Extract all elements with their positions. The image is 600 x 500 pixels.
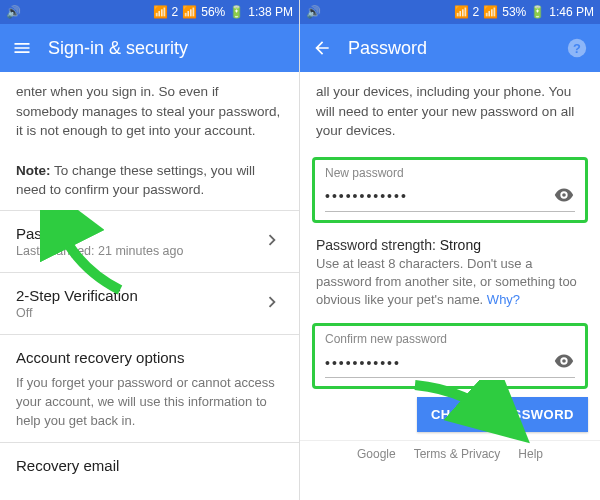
password-hint: Use at least 8 characters. Don't use a p… xyxy=(300,255,600,318)
password-hint-text: Use at least 8 characters. Don't use a p… xyxy=(316,256,577,307)
new-password-input[interactable] xyxy=(325,188,545,204)
page-title: Sign-in & security xyxy=(48,38,287,59)
row-password[interactable]: Password Last changed: 21 minutes ago xyxy=(0,211,299,272)
battery-icon: 🔋 xyxy=(530,5,545,19)
row-password-subtitle: Last changed: 21 minutes ago xyxy=(16,244,183,258)
new-password-field-highlight: New password xyxy=(312,157,588,223)
password-strength-label: Password strength: xyxy=(316,237,436,253)
clock: 1:46 PM xyxy=(549,5,594,19)
row-two-step-title: 2-Step Verification xyxy=(16,287,138,304)
app-bar: Sign-in & security xyxy=(0,24,299,72)
battery-pct: 56% xyxy=(201,5,225,19)
screen-change-password: 🔊 📶 2 📶 53% 🔋 1:46 PM Password ? all you… xyxy=(300,0,600,500)
footer-terms[interactable]: Terms & Privacy xyxy=(414,447,501,461)
volume-icon: 🔊 xyxy=(306,5,321,19)
help-icon[interactable]: ? xyxy=(566,37,588,59)
password-strength-value: Strong xyxy=(440,237,481,253)
confirm-password-input[interactable] xyxy=(325,355,545,371)
note-text: Note: To change these settings, you will… xyxy=(0,151,299,210)
menu-icon[interactable] xyxy=(12,38,32,58)
svg-text:?: ? xyxy=(573,41,581,56)
confirm-password-field-highlight: Confirm new password xyxy=(312,323,588,389)
status-bar: 🔊 📶 2 📶 53% 🔋 1:46 PM xyxy=(300,0,600,24)
row-password-title: Password xyxy=(16,225,183,242)
page-title: Password xyxy=(348,38,550,59)
intro-text: enter when you sign in. So even if someb… xyxy=(0,72,299,151)
note-body: To change these settings, you will need … xyxy=(16,163,255,198)
signal-icon: 📶 xyxy=(483,5,498,19)
volume-icon: 🔊 xyxy=(6,5,21,19)
back-icon[interactable] xyxy=(312,38,332,58)
footer-help[interactable]: Help xyxy=(518,447,543,461)
app-bar: Password ? xyxy=(300,24,600,72)
intro-text: all your devices, including your phone. … xyxy=(300,72,600,151)
row-recovery-email[interactable]: Recovery email xyxy=(0,443,299,474)
footer-links: Google Terms & Privacy Help xyxy=(300,440,600,471)
visibility-toggle-icon[interactable] xyxy=(553,350,575,375)
password-strength: Password strength: Strong xyxy=(300,229,600,255)
recovery-desc: If you forget your password or cannot ac… xyxy=(0,370,299,443)
chevron-right-icon xyxy=(261,229,283,254)
new-password-label: New password xyxy=(325,166,575,180)
clock: 1:38 PM xyxy=(248,5,293,19)
row-recovery-email-title: Recovery email xyxy=(16,457,119,474)
wifi-icon: 📶 xyxy=(454,5,469,19)
sim-indicator: 2 xyxy=(172,5,179,19)
why-link[interactable]: Why? xyxy=(487,292,520,307)
footer-google[interactable]: Google xyxy=(357,447,396,461)
row-two-step[interactable]: 2-Step Verification Off xyxy=(0,273,299,334)
signal-icon: 📶 xyxy=(182,5,197,19)
row-two-step-subtitle: Off xyxy=(16,306,138,320)
status-bar: 🔊 📶 2 📶 56% 🔋 1:38 PM xyxy=(0,0,299,24)
sim-indicator: 2 xyxy=(473,5,480,19)
note-label: Note: xyxy=(16,163,51,178)
wifi-icon: 📶 xyxy=(153,5,168,19)
recovery-heading: Account recovery options xyxy=(0,335,299,370)
confirm-password-label: Confirm new password xyxy=(325,332,575,346)
change-password-button[interactable]: CHANGE PASSWORD xyxy=(417,397,588,432)
screen-signin-security: 🔊 📶 2 📶 56% 🔋 1:38 PM Sign-in & security… xyxy=(0,0,300,500)
battery-pct: 53% xyxy=(502,5,526,19)
battery-icon: 🔋 xyxy=(229,5,244,19)
chevron-right-icon xyxy=(261,291,283,316)
visibility-toggle-icon[interactable] xyxy=(553,184,575,209)
